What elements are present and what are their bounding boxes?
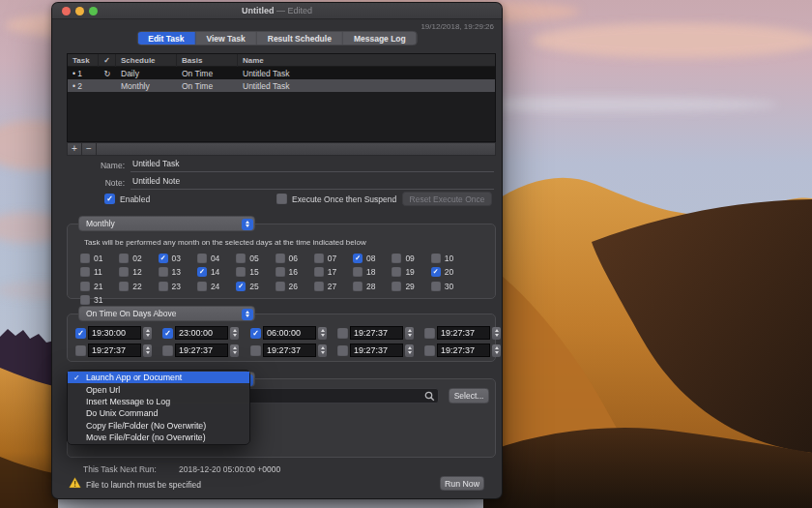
day-checkbox-03[interactable]: ✓03	[159, 254, 181, 263]
menu-item-do-unix-command[interactable]: Do Unix Command	[68, 407, 249, 419]
time-field-7[interactable]: 19:27:37	[175, 344, 228, 357]
time-stepper-icon[interactable]	[318, 344, 327, 357]
time-field-6[interactable]: 19:27:37	[88, 344, 141, 357]
add-task-button[interactable]: +	[68, 143, 82, 155]
time-stepper-icon[interactable]	[492, 344, 501, 357]
execute-once-checkbox-box[interactable]	[276, 194, 287, 204]
time-stepper-icon[interactable]	[318, 327, 327, 340]
time-checkbox-6[interactable]	[75, 345, 86, 356]
time-checkbox-1[interactable]: ✓	[75, 328, 86, 339]
menu-item-insert-message-to-log[interactable]: Insert Message to Log	[68, 396, 249, 407]
select-file-button[interactable]: Select...	[449, 388, 489, 403]
day-checkbox-02[interactable]: 02	[119, 254, 141, 263]
time-slot-9[interactable]: 19:27:37	[337, 344, 414, 357]
time-slot-4[interactable]: 19:27:37	[337, 326, 414, 340]
time-stepper-icon[interactable]	[405, 344, 414, 357]
day-checkbox-15[interactable]: 15	[236, 267, 258, 277]
time-checkbox-9[interactable]	[337, 345, 348, 356]
day-checkbox-20[interactable]: ✓20	[431, 267, 453, 277]
time-slot-5[interactable]: 19:27:37	[424, 326, 501, 340]
time-stepper-icon[interactable]	[143, 327, 152, 340]
table-row[interactable]: • 2MonthlyOn TimeUntitled Task	[68, 79, 495, 92]
time-field-9[interactable]: 19:27:37	[350, 344, 403, 357]
menu-item-move-file-folder-no-overwrite[interactable]: Move File/Folder (no Overwrite)	[68, 432, 249, 443]
menu-item-launch-app-or-document[interactable]: ✓Launch App or Document	[68, 372, 249, 383]
enabled-checkbox[interactable]: ✓ Enabled	[104, 194, 150, 204]
day-checkbox-08[interactable]: ✓08	[353, 254, 375, 263]
time-stepper-icon[interactable]	[143, 344, 152, 357]
schedule-popup[interactable]: Monthly	[78, 216, 255, 231]
enabled-checkbox-box[interactable]: ✓	[104, 194, 115, 204]
note-input[interactable]: Untitled Note	[130, 176, 494, 190]
day-checkbox-30[interactable]: 30	[431, 282, 453, 291]
day-checkbox-23[interactable]: 23	[159, 282, 181, 291]
day-checkbox-13[interactable]: 13	[159, 267, 181, 277]
time-checkbox-5[interactable]	[424, 328, 435, 339]
time-checkbox-7[interactable]	[162, 345, 173, 356]
tab-message-log[interactable]: Message Log	[343, 32, 417, 45]
day-checkbox-25[interactable]: ✓25	[236, 282, 258, 291]
day-checkbox-27[interactable]: 27	[314, 282, 336, 291]
time-field-4[interactable]: 19:27:37	[350, 326, 403, 340]
day-checkbox-22[interactable]: 22	[119, 282, 141, 291]
menu-item-copy-file-folder-no-overwrite[interactable]: Copy File/Folder (No Overwrite)	[68, 420, 249, 432]
time-field-3[interactable]: 06:00:00	[263, 326, 316, 340]
time-checkbox-8[interactable]	[250, 345, 261, 356]
time-field-5[interactable]: 19:27:37	[437, 326, 490, 340]
day-checkbox-18[interactable]: 18	[353, 267, 375, 277]
day-checkbox-28[interactable]: 28	[353, 282, 375, 291]
tab-result-schedule[interactable]: Result Schedule	[257, 32, 343, 45]
day-checkbox-06[interactable]: 06	[276, 254, 298, 263]
day-checkbox-19[interactable]: 19	[392, 267, 414, 277]
time-basis-popup[interactable]: On Time On Days Above	[78, 306, 255, 321]
time-slot-10[interactable]: 19:27:37	[424, 344, 501, 357]
day-checkbox-01[interactable]: 01	[80, 254, 102, 263]
time-field-8[interactable]: 19:27:37	[263, 344, 316, 357]
execute-once-checkbox[interactable]: Execute Once then Suspend	[276, 194, 396, 204]
day-checkbox-29[interactable]: 29	[392, 282, 414, 291]
day-checkbox-09[interactable]: 09	[392, 254, 414, 263]
tab-view-task[interactable]: View Task	[195, 32, 256, 45]
day-checkbox-04[interactable]: 04	[197, 254, 219, 263]
day-checkbox-17[interactable]: 17	[314, 267, 336, 277]
time-slot-3[interactable]: ✓06:00:00	[250, 326, 327, 340]
time-slot-2[interactable]: ✓23:00:00	[162, 326, 239, 340]
task-table-body: • 1↻DailyOn TimeUntitled Task• 2MonthlyO…	[68, 67, 495, 92]
time-stepper-icon[interactable]	[492, 327, 501, 340]
time-slot-8[interactable]: 19:27:37	[250, 344, 327, 357]
day-checkbox-05[interactable]: 05	[236, 254, 258, 263]
title-bar[interactable]: Untitled — Edited	[52, 3, 502, 19]
run-now-button[interactable]: Run Now	[440, 476, 484, 491]
day-checkbox-26[interactable]: 26	[276, 282, 298, 291]
time-field-10[interactable]: 19:27:37	[437, 344, 490, 357]
name-label: Name:	[67, 161, 125, 170]
time-checkbox-2[interactable]: ✓	[162, 328, 173, 339]
tab-edit-task[interactable]: Edit Task	[137, 32, 195, 45]
time-stepper-icon[interactable]	[405, 327, 414, 340]
day-checkbox-10[interactable]: 10	[431, 254, 453, 263]
time-stepper-icon[interactable]	[230, 327, 239, 340]
time-field-1[interactable]: 19:30:00	[88, 326, 141, 340]
time-field-2[interactable]: 23:00:00	[175, 326, 228, 340]
time-slot-6[interactable]: 19:27:37	[75, 344, 152, 357]
day-checkbox-11[interactable]: 11	[80, 267, 102, 277]
table-row[interactable]: • 1↻DailyOn TimeUntitled Task	[68, 67, 495, 79]
day-checkbox-14[interactable]: ✓14	[197, 267, 219, 277]
day-checkbox-07[interactable]: 07	[314, 254, 336, 263]
day-checkbox-31[interactable]: 31	[80, 295, 102, 305]
time-slot-7[interactable]: 19:27:37	[162, 344, 239, 357]
day-checkbox-24[interactable]: 24	[197, 282, 219, 291]
day-checkbox-21[interactable]: 21	[80, 282, 102, 291]
time-slot-1[interactable]: ✓19:30:00	[75, 326, 152, 340]
menu-item-open-url[interactable]: Open Url	[68, 383, 249, 395]
reset-execute-once-button[interactable]: Reset Execute Once	[402, 192, 492, 206]
time-checkbox-4[interactable]	[337, 328, 348, 339]
remove-task-button[interactable]: −	[82, 143, 97, 155]
time-checkbox-3[interactable]: ✓	[250, 328, 261, 339]
day-checkbox-12[interactable]: 12	[119, 267, 141, 277]
name-input[interactable]: Untitled Task	[130, 159, 494, 172]
task-table[interactable]: Task✓ScheduleBasisName • 1↻DailyOn TimeU…	[67, 53, 496, 142]
day-checkbox-16[interactable]: 16	[276, 267, 298, 277]
time-stepper-icon[interactable]	[230, 344, 239, 357]
time-checkbox-10[interactable]	[424, 345, 435, 356]
